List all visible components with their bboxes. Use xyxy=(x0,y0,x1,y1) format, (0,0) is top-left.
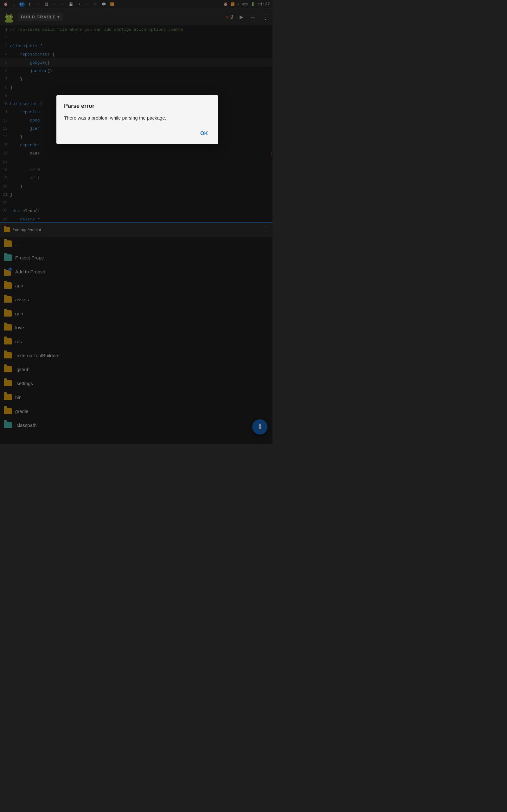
parse-error-dialog: Parse error There was a problem while pa… xyxy=(56,95,218,144)
dialog-ok-button[interactable]: OK xyxy=(198,130,210,138)
dialog-footer: OK xyxy=(64,130,210,140)
dialog-title: Parse error xyxy=(64,103,210,109)
dialog-message: There was a problem while parsing the pa… xyxy=(64,114,210,122)
dialog-overlay xyxy=(0,0,273,444)
